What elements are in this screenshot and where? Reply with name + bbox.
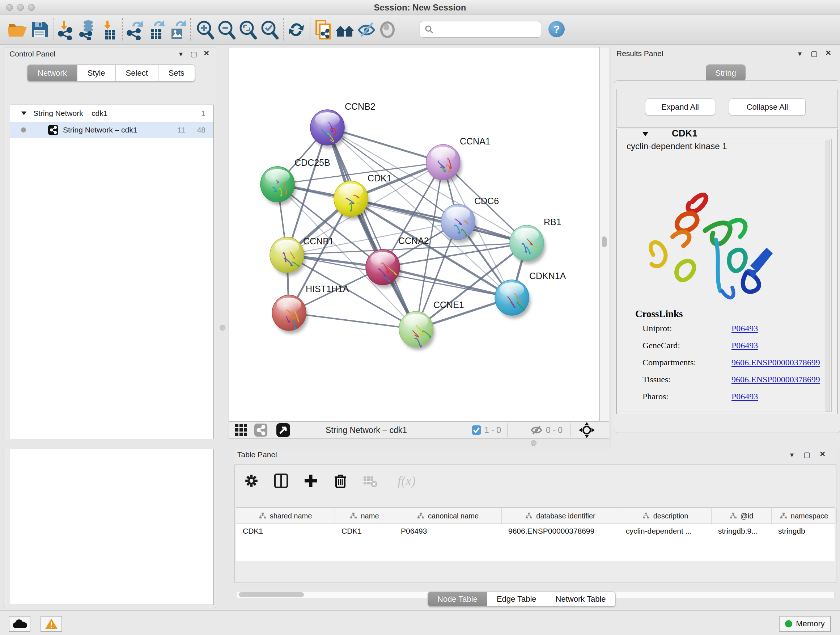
node-RB1[interactable]: RB1 [510,217,561,264]
table-cell[interactable]: stringdb [772,524,837,538]
hidden-elements-eye-icon[interactable] [530,424,543,437]
column-header-name[interactable]: name [335,508,394,524]
network-view-icon[interactable] [254,423,268,437]
results-scrollbar[interactable] [826,140,830,412]
node-table: shared namenamecanonical namedatabase id… [236,508,835,561]
tab-string[interactable]: String [706,65,745,81]
table-cell[interactable]: P06493 [394,524,502,538]
crosslink-link[interactable]: 9606.ENSP00000378699 [731,375,820,385]
crosslink-link[interactable]: P06493 [731,392,758,402]
table-panel: Table Panel ▾ ▢ ✕ f(x) [234,449,836,584]
export-network-icon[interactable] [124,19,146,41]
crosslink-link[interactable]: P06493 [731,340,758,350]
help-button[interactable]: ? [548,21,565,37]
show-columns-icon[interactable] [272,471,291,490]
zoom-selected-icon[interactable] [258,19,281,41]
table-cell[interactable]: CDK1 [335,524,394,538]
export-table-icon[interactable] [145,19,168,41]
edge-CDK1-RB1[interactable] [351,199,527,243]
node-CDKN1A[interactable]: CDKN1A [495,271,566,318]
edge-CCNB2-CCNE1[interactable] [327,127,416,329]
tab-select[interactable]: Select [116,65,158,81]
protein-expander-icon[interactable] [642,131,649,137]
node-CDC6[interactable]: CDC6 [441,196,499,243]
node-label-RB1: RB1 [544,217,561,227]
add-column-plus-icon[interactable] [302,471,320,490]
network-canvas[interactable]: CCNB2CCNA1CDC25BCDK1CDC6RB1CCNB1CCNA2CDK… [229,47,600,421]
delete-table-icon[interactable] [361,471,379,490]
results-panel-float-icon[interactable]: ▢ [811,50,818,57]
export-image-icon[interactable] [166,19,189,41]
zoom-fit-icon[interactable] [237,19,259,41]
node-CCNB2[interactable]: CCNB2 [310,101,376,149]
node-CCNE1[interactable]: CCNE1 [399,300,464,350]
column-header-description[interactable]: description [619,508,712,524]
delete-column-trash-icon[interactable] [331,471,350,490]
save-session-icon[interactable] [28,19,51,41]
tab-node-table[interactable]: Node Table [428,592,487,606]
tab-style[interactable]: Style [77,65,116,81]
table-hscrollbar-thumb[interactable] [239,592,304,597]
edge-HIST1H1A-CCNE1[interactable] [289,313,416,329]
hide-panel-eye-icon[interactable] [355,19,378,41]
open-session-icon[interactable] [6,19,28,41]
column-header-databaseidentifier[interactable]: database identifier [502,508,619,524]
table-panel-menu-icon[interactable]: ▾ [790,451,794,458]
column-header-namespace[interactable]: namespace [772,508,837,524]
table-panel-float-icon[interactable]: ▢ [804,451,810,458]
show-eye-icon[interactable] [376,19,399,41]
network-row[interactable]: String Network – cdk1 11 48 [10,122,213,138]
selected-nodes-checkbox-icon[interactable] [471,425,482,435]
horizontal-splitter-handle[interactable] [531,440,537,446]
refresh-icon[interactable] [285,19,308,41]
zoom-out-icon[interactable] [215,19,238,41]
tab-edge-table[interactable]: Edge Table [487,592,546,606]
column-header-sharedname[interactable]: shared name [236,508,335,524]
collapse-all-button[interactable]: Collapse All [729,98,806,116]
grid-view-icon[interactable] [234,423,248,437]
node-CCNA1[interactable]: CCNA1 [426,136,491,183]
table-row[interactable]: CDK1CDK1P064939606.ENSP00000378699cyclin… [236,524,835,538]
home-icon[interactable] [333,19,356,41]
network-graph[interactable]: CCNB2CCNA1CDC25BCDK1CDC6RB1CCNB1CCNA2CDK… [229,48,599,421]
import-database-icon[interactable] [77,19,99,41]
control-panel-float-icon[interactable]: ▢ [190,50,197,57]
warnings-button[interactable] [41,616,62,632]
table-cell[interactable]: cyclin-dependent ... [619,524,712,538]
tab-network[interactable]: Network [27,65,77,81]
table-tabs: Node Table Edge Table Network Table [428,592,616,606]
collection-expander-icon[interactable] [21,111,27,116]
table-panel-close-icon[interactable]: ✕ [819,450,826,458]
column-header-id[interactable]: @id [712,508,772,524]
canvas-scrollbar[interactable] [600,47,609,421]
node-CDK1[interactable]: CDK1 [334,173,392,220]
crosslink-link[interactable]: P06493 [731,324,758,333]
column-header-canonicalname[interactable]: canonical name [394,508,502,524]
function-builder-button[interactable]: f(x) [390,471,423,490]
node-HIST1H1A[interactable]: HIST1H1A [272,284,349,334]
memory-button[interactable]: Memory [779,616,831,632]
control-panel-menu-icon[interactable]: ▾ [179,50,183,57]
zoom-in-icon[interactable] [194,19,216,41]
crosslink-link[interactable]: 9606.ENSP00000378699 [731,358,820,367]
canvas-scrollbar-thumb[interactable] [602,236,607,247]
table-cell[interactable]: 9606.ENSP00000378699 [502,524,619,538]
table-cell[interactable]: stringdb:9... [712,524,772,538]
search-input[interactable] [420,21,541,38]
fit-selected-crosshair-icon[interactable] [578,422,595,439]
duplicate-network-icon[interactable] [312,19,334,41]
control-panel-close-icon[interactable]: ✕ [203,50,210,57]
left-splitter-handle[interactable] [219,325,225,331]
expand-all-button[interactable]: Expand All [645,98,715,116]
results-panel-menu-icon[interactable]: ▾ [798,50,802,57]
results-panel-close-icon[interactable]: ✕ [825,49,831,57]
table-settings-gear-icon[interactable] [242,471,261,490]
birdseye-toggle-icon[interactable] [276,423,291,438]
network-collection-row[interactable]: String Network – cdk1 1 [10,105,213,122]
cloud-status-button[interactable] [9,616,30,632]
tab-network-table[interactable]: Network Table [546,592,616,606]
tab-sets[interactable]: Sets [158,65,195,81]
import-table-icon[interactable] [98,19,121,41]
import-network-icon[interactable] [55,19,77,41]
table-cell[interactable]: CDK1 [236,524,335,538]
